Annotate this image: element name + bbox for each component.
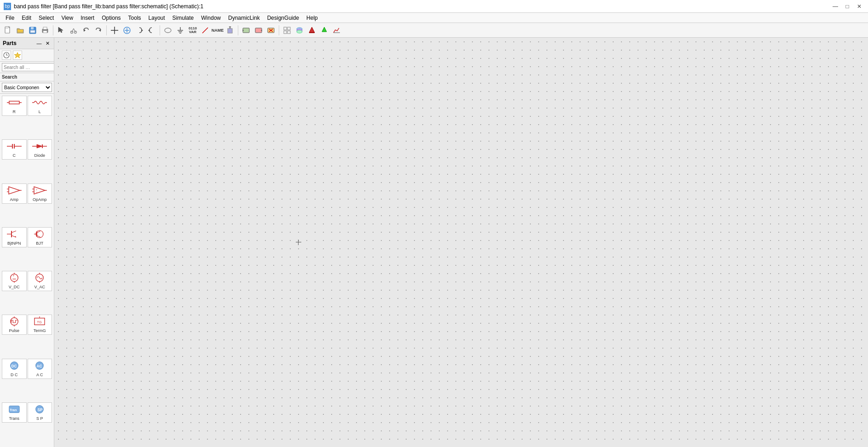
redo-button[interactable] — [92, 24, 104, 36]
svg-marker-13 — [99, 29, 101, 32]
eraser-button[interactable] — [306, 24, 318, 36]
svg-marker-19 — [141, 29, 143, 32]
component-amp[interactable]: Amp — [2, 183, 27, 204]
crosshair — [296, 240, 301, 245]
component-button[interactable] — [121, 24, 133, 36]
ellipse-button[interactable] — [162, 24, 174, 36]
parts-toolbar — [0, 49, 54, 62]
menu-bar: FileEditSelectViewInsertOptionsToolsLayo… — [0, 13, 868, 23]
port-button[interactable] — [224, 24, 236, 36]
rotate-ccw-button[interactable] — [146, 24, 158, 36]
component-label-ac: A C — [36, 372, 43, 377]
save-button[interactable] — [27, 24, 39, 36]
parts-panel-title: Parts — [3, 40, 17, 46]
menu-item-insert[interactable]: Insert — [77, 13, 98, 23]
component-trans[interactable]: TranTrans — [2, 402, 27, 423]
component-label-diode: Diode — [34, 153, 45, 158]
snap-button[interactable] — [281, 24, 293, 36]
search-bar: ▽ — [0, 62, 54, 73]
parts-history-button[interactable] — [2, 51, 11, 60]
component-label-l: L — [39, 109, 41, 114]
window-title: band pass filter [Band pass filter_lib:b… — [14, 3, 828, 10]
chart-button[interactable] — [331, 24, 343, 36]
parts-favorites-button[interactable] — [13, 51, 22, 60]
pin-in-button[interactable] — [240, 24, 252, 36]
undo-button[interactable] — [80, 24, 92, 36]
layer-button[interactable] — [293, 24, 305, 36]
component-c[interactable]: C — [2, 139, 27, 160]
menu-item-tools[interactable]: Tools — [125, 13, 145, 23]
capacitor-icon — [7, 141, 22, 152]
menu-item-help[interactable]: Help — [303, 13, 322, 23]
name-button[interactable]: NAME — [212, 24, 224, 36]
component-label-amp: Amp — [10, 197, 18, 202]
toolbar-separator-2 — [106, 25, 107, 35]
insert-wire-button[interactable] — [109, 24, 121, 36]
print-button[interactable] — [39, 24, 51, 36]
rotate-cw-button[interactable] — [133, 24, 145, 36]
menu-item-dynamiclink[interactable]: DynamicLink — [224, 13, 264, 23]
component-diode[interactable]: Diode — [28, 139, 52, 160]
parts-panel-pin[interactable]: — — [35, 40, 43, 47]
parts-panel-close[interactable]: ✕ — [44, 40, 51, 47]
category-select[interactable]: Basic ComponenSourcesPassiveActiveTransm… — [2, 83, 52, 92]
component-label-sp: S P — [36, 416, 43, 421]
component-v_dc[interactable]: +V_DC — [2, 271, 27, 291]
menu-item-view[interactable]: View — [57, 13, 77, 23]
svg-rect-37 — [284, 27, 287, 30]
search-input[interactable] — [2, 63, 54, 71]
name-label: NAME — [212, 28, 224, 33]
app-icon: bp — [4, 3, 11, 10]
menu-item-select[interactable]: Select — [35, 13, 57, 23]
component-label-opamp: OpAmp — [33, 197, 47, 202]
menu-item-simulate[interactable]: Simulate — [169, 13, 198, 23]
component-l[interactable]: L — [28, 96, 52, 116]
component-r[interactable]: R — [2, 96, 27, 116]
maximize-button[interactable]: □ — [842, 2, 852, 11]
component-v_ac[interactable]: V_AC — [28, 271, 52, 291]
pointer-button[interactable] — [55, 24, 67, 36]
svg-marker-49 — [14, 52, 21, 58]
component-ac[interactable]: ACA C — [28, 359, 52, 379]
probe-button[interactable] — [318, 24, 330, 36]
menu-item-edit[interactable]: Edit — [18, 13, 35, 23]
cut-button[interactable] — [68, 24, 80, 36]
component-bjtnpn[interactable]: BjtNPN — [2, 227, 27, 247]
new-button[interactable] — [2, 24, 14, 36]
main-layout: Parts — ✕ ▽ Search Basic ComponenSources… — [0, 38, 868, 447]
trans-sim-icon: Tran — [7, 404, 22, 415]
menu-item-window[interactable]: Window — [197, 13, 224, 23]
open-button[interactable] — [14, 24, 26, 36]
toolbar: 0110VAR NAME — [0, 23, 868, 38]
menu-item-designguide[interactable]: DesignGuide — [264, 13, 303, 23]
component-label-termg: TermG — [34, 328, 46, 333]
pin-out-button[interactable] — [253, 24, 264, 36]
svg-rect-38 — [287, 27, 290, 30]
close-button[interactable]: ✕ — [854, 2, 864, 11]
parts-panel: Parts — ✕ ▽ Search Basic ComponenSources… — [0, 38, 54, 447]
component-label-r: R — [13, 109, 16, 114]
parts-panel-header: Parts — ✕ — [0, 38, 54, 49]
component-termg[interactable]: TGTermG — [28, 315, 52, 335]
svg-point-21 — [165, 28, 171, 33]
minimize-button[interactable]: — — [830, 2, 840, 11]
diode-icon — [32, 141, 47, 152]
component-sp[interactable]: SPS P — [28, 402, 52, 423]
component-opamp[interactable]: +−OpAmp — [28, 183, 52, 204]
menu-item-file[interactable]: File — [2, 13, 18, 23]
svg-line-26 — [202, 28, 208, 33]
component-dc[interactable]: DCD C — [2, 359, 27, 379]
vdc-icon: + — [7, 273, 22, 284]
var-button[interactable]: 0110VAR — [187, 24, 199, 36]
menu-item-options[interactable]: Options — [98, 13, 124, 23]
ground-button[interactable] — [174, 24, 186, 36]
component-pulse[interactable]: Pulse — [2, 315, 27, 335]
menu-item-layout[interactable]: Layout — [145, 13, 169, 23]
bjt-icon — [32, 229, 47, 240]
schematic-canvas[interactable] — [54, 38, 868, 447]
svg-text:Tran: Tran — [10, 407, 17, 412]
wire-diagonal-button[interactable] — [199, 24, 211, 36]
pin-x-button[interactable] — [265, 24, 277, 36]
component-bjt[interactable]: BJT — [28, 227, 52, 247]
component-label-c: C — [13, 153, 16, 158]
